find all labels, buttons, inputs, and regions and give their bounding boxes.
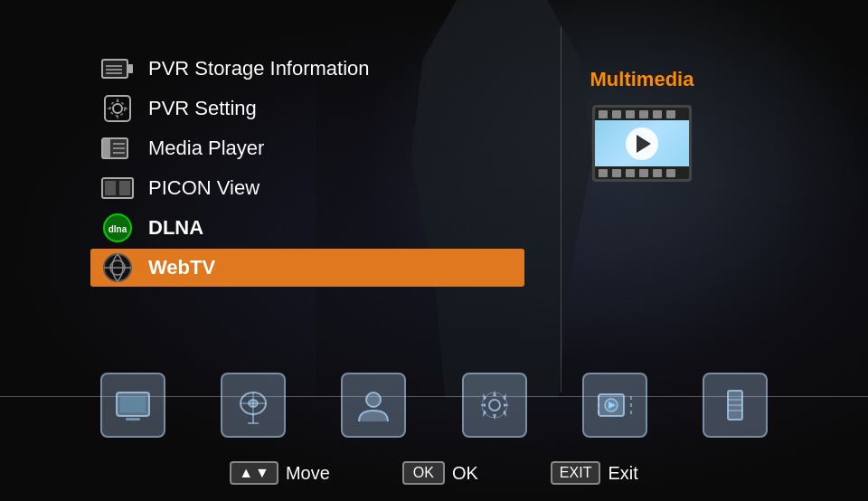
menu-label-picon-view: PICON View xyxy=(148,176,259,200)
svg-point-27 xyxy=(249,400,258,407)
film-hole-5 xyxy=(653,110,662,118)
move-label: Move xyxy=(286,463,330,484)
ok-key-badge: OK xyxy=(402,461,445,485)
svg-rect-9 xyxy=(103,139,110,157)
menu-item-pvr-storage[interactable]: PVR Storage Information xyxy=(90,50,524,88)
ok-control: OK OK xyxy=(402,461,478,485)
film-hole-3 xyxy=(626,110,635,118)
satellite-icon[interactable] xyxy=(221,373,286,438)
status-bar: ▲ ▼ Move OK OK EXIT Exit xyxy=(0,461,868,485)
svg-rect-39 xyxy=(630,396,632,400)
film-hole-1 xyxy=(599,110,608,118)
app-icon-satellite[interactable] xyxy=(221,373,286,438)
svg-point-30 xyxy=(366,392,381,407)
exit-control: EXIT Exit xyxy=(551,461,638,485)
film-hole-b1 xyxy=(599,169,608,177)
svg-rect-23 xyxy=(120,396,146,412)
tv-icon[interactable] xyxy=(100,373,165,438)
menu-item-dlna[interactable]: dlna DLNA xyxy=(90,209,524,247)
film-hole-6 xyxy=(666,110,675,118)
svg-rect-14 xyxy=(105,181,116,195)
svg-rect-36 xyxy=(598,396,599,400)
menu-label-pvr-setting: PVR Setting xyxy=(148,97,257,120)
play-triangle xyxy=(637,135,651,153)
app-icon-contacts[interactable] xyxy=(341,373,406,438)
multimedia-preview xyxy=(592,105,692,182)
svg-rect-22 xyxy=(126,418,140,421)
play-button[interactable] xyxy=(626,128,658,160)
multimedia-title: Multimedia xyxy=(590,68,694,91)
content-area: PVR Storage Information PVR Setting xyxy=(0,0,868,501)
svg-rect-40 xyxy=(630,403,632,407)
webtv-icon xyxy=(101,256,134,279)
move-key-badge: ▲ ▼ xyxy=(230,461,278,485)
svg-rect-38 xyxy=(598,411,599,414)
exit-label: Exit xyxy=(608,463,637,484)
svg-point-5 xyxy=(113,104,122,113)
ok-label: OK xyxy=(452,463,478,484)
settings-icon[interactable] xyxy=(462,373,527,438)
tools-icon[interactable] xyxy=(703,373,768,438)
svg-rect-41 xyxy=(630,411,632,414)
gear-icon xyxy=(101,97,134,120)
app-icon-video[interactable] xyxy=(582,373,647,438)
picon-icon xyxy=(101,176,134,200)
svg-rect-37 xyxy=(598,403,599,407)
top-section: PVR Storage Information PVR Setting xyxy=(0,0,868,280)
film-hole-b4 xyxy=(639,169,648,177)
app-bar xyxy=(0,373,868,438)
film-strip-bottom xyxy=(595,166,689,179)
multimedia-panel: Multimedia xyxy=(579,50,705,182)
main-menu: PVR Storage Information PVR Setting xyxy=(90,50,524,288)
film-hole-b2 xyxy=(612,169,621,177)
app-icon-settings[interactable] xyxy=(462,373,527,438)
menu-item-webtv[interactable]: WebTV xyxy=(90,249,524,287)
menu-label-media-player: Media Player xyxy=(148,137,264,160)
svg-text:dlna: dlna xyxy=(108,224,127,234)
film-strip-top xyxy=(595,108,689,120)
app-icon-tools[interactable] xyxy=(703,373,768,438)
menu-item-picon-view[interactable]: PICON View xyxy=(90,169,524,207)
film-hole-4 xyxy=(639,110,648,118)
storage-icon xyxy=(101,57,134,80)
film-hole-b6 xyxy=(666,169,675,177)
menu-item-media-player[interactable]: Media Player xyxy=(90,129,524,167)
down-arrow-icon: ▼ xyxy=(255,465,269,481)
exit-key-badge: EXIT xyxy=(551,461,601,485)
up-arrow-icon: ▲ xyxy=(239,465,253,481)
dlna-icon: dlna xyxy=(101,216,134,240)
svg-rect-1 xyxy=(128,64,133,73)
svg-point-31 xyxy=(489,400,500,411)
contacts-icon[interactable] xyxy=(341,373,406,438)
app-icon-tv[interactable] xyxy=(100,373,165,438)
menu-item-pvr-setting[interactable]: PVR Setting xyxy=(90,90,524,128)
menu-label-dlna: DLNA xyxy=(148,216,203,240)
menu-label-pvr-storage: PVR Storage Information xyxy=(148,57,370,80)
menu-label-webtv: WebTV xyxy=(148,256,215,279)
svg-rect-15 xyxy=(119,181,130,195)
move-control: ▲ ▼ Move xyxy=(230,461,330,485)
film-hole-2 xyxy=(612,110,621,118)
svg-point-32 xyxy=(482,392,507,418)
media-icon xyxy=(101,137,134,160)
film-hole-b5 xyxy=(653,169,662,177)
film-hole-b3 xyxy=(626,169,635,177)
video-icon[interactable] xyxy=(582,373,647,438)
